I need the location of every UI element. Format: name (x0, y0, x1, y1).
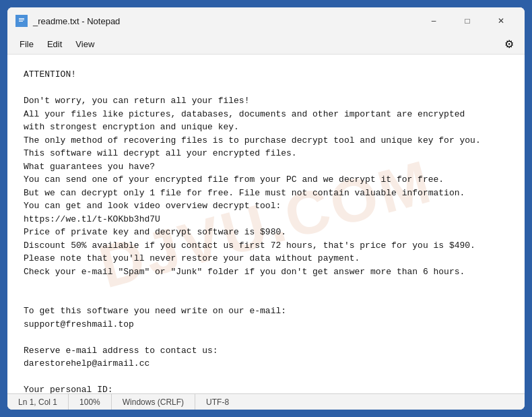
window-title: _readme.txt - Notepad (33, 16, 120, 26)
menu-bar: File Edit View ⚙ (7, 34, 525, 55)
maximize-button[interactable]: □ (452, 11, 483, 31)
encoding: UTF-8 (195, 394, 240, 410)
menu-file[interactable]: File (13, 36, 40, 52)
zoom-level: 100% (69, 394, 112, 410)
status-bar: Ln 1, Col 1 100% Windows (CRLF) UTF-8 (7, 393, 525, 410)
minimize-button[interactable]: – (418, 11, 449, 31)
cursor-position: Ln 1, Col 1 (15, 394, 69, 410)
svg-rect-1 (19, 18, 24, 19)
title-bar: _readme.txt - Notepad – □ ✕ (7, 7, 525, 34)
notepad-window: _readme.txt - Notepad – □ ✕ File Edit Vi… (7, 7, 525, 410)
app-icon (15, 15, 28, 27)
document-text: ATTENTION! Don't worry, you can return a… (24, 68, 508, 393)
title-bar-left: _readme.txt - Notepad (15, 15, 120, 27)
line-ending: Windows (CRLF) (112, 394, 195, 410)
close-button[interactable]: ✕ (486, 11, 517, 31)
window-controls: – □ ✕ (418, 11, 517, 31)
text-editor-area[interactable]: DJVU.COM ATTENTION! Don't worry, you can… (7, 55, 525, 393)
menu-view[interactable]: View (69, 36, 101, 52)
svg-rect-2 (19, 20, 24, 20)
settings-button[interactable]: ⚙ (499, 36, 519, 53)
menu-edit[interactable]: Edit (40, 36, 69, 52)
svg-rect-3 (19, 21, 23, 22)
